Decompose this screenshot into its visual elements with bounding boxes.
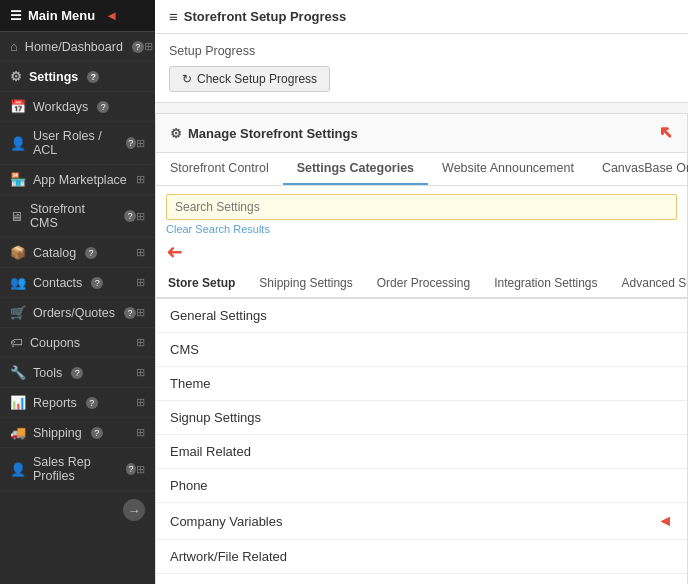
settings-item-label-phone: Phone	[170, 478, 208, 493]
sidebar-item-contacts[interactable]: 👥Contacts?⊞	[0, 268, 155, 298]
info-icon-sales-rep: ?	[126, 463, 136, 475]
info-icon-settings: ?	[87, 71, 99, 83]
sidebar-item-home[interactable]: ⌂Home/Dashboard?⊞	[0, 32, 155, 62]
menu-icon: ☰	[10, 8, 22, 23]
settings-item-general-settings[interactable]: General Settings	[156, 299, 687, 333]
expand-icon-contacts: ⊞	[136, 276, 145, 289]
sidebar-item-settings[interactable]: ⚙Settings?	[0, 62, 155, 92]
setup-section-title: Setup Progress	[169, 44, 674, 58]
sales-rep-icon: 👤	[10, 462, 26, 477]
settings-item-label-company-variables: Company Variables	[170, 514, 282, 529]
shipping-icon: 🚚	[10, 425, 26, 440]
settings-item-signup-settings[interactable]: Signup Settings	[156, 401, 687, 435]
sidebar-title: Main Menu	[28, 8, 95, 23]
info-icon-shipping: ?	[91, 427, 103, 439]
red-arrow-down-1: ➜	[652, 120, 678, 146]
sidebar-item-workdays[interactable]: 📅Workdays?	[0, 92, 155, 122]
settings-item-theme[interactable]: Theme	[156, 367, 687, 401]
expand-icon-app-marketplace: ⊞	[136, 173, 145, 186]
setup-progress-bar-title: Storefront Setup Progress	[184, 9, 347, 24]
expand-icon-shipping: ⊞	[136, 426, 145, 439]
manage-section: ⚙ Manage Storefront Settings ➜ Storefron…	[155, 113, 688, 584]
sub-tab-store-setup[interactable]: Store Setup	[156, 269, 247, 299]
settings-item-label-email-related: Email Related	[170, 444, 251, 459]
app-marketplace-icon: 🏪	[10, 172, 26, 187]
sub-tab-integration-settings[interactable]: Integration Settings	[482, 269, 609, 299]
refresh-icon: ↻	[182, 72, 192, 86]
settings-item-phone[interactable]: Phone	[156, 469, 687, 503]
settings-item-artwork-file-related[interactable]: Artwork/File Related	[156, 540, 687, 574]
info-icon-user-roles: ?	[126, 137, 136, 149]
reports-icon: 📊	[10, 395, 26, 410]
manage-header: ⚙ Manage Storefront Settings ➜	[156, 114, 687, 153]
sidebar-bottom: →	[0, 491, 155, 529]
sidebar-label-settings: Settings	[29, 70, 78, 84]
settings-item-label-theme: Theme	[170, 376, 210, 391]
settings-list: General SettingsCMSThemeSignup SettingsE…	[156, 299, 687, 584]
settings-item-company-variables[interactable]: Company Variables◄	[156, 503, 687, 540]
settings-item-label-general-settings: General Settings	[170, 308, 267, 323]
sidebar-label-workdays: Workdays	[33, 100, 88, 114]
contacts-icon: 👥	[10, 275, 26, 290]
sidebar-item-tools[interactable]: 🔧Tools?⊞	[0, 358, 155, 388]
sidebar-label-shipping: Shipping	[33, 426, 82, 440]
sidebar-item-shipping[interactable]: 🚚Shipping?⊞	[0, 418, 155, 448]
info-icon-contacts: ?	[91, 277, 103, 289]
sidebar-items-container: ⌂Home/Dashboard?⊞⚙Settings?📅Workdays?👤Us…	[0, 32, 155, 491]
sidebar-item-user-roles[interactable]: 👤User Roles / ACL?⊞	[0, 122, 155, 165]
tab-settings-categories[interactable]: Settings Categories	[283, 153, 428, 185]
sub-tab-advanced-settings[interactable]: Advanced Settings	[610, 269, 687, 299]
user-roles-icon: 👤	[10, 136, 26, 151]
sidebar-item-coupons[interactable]: 🏷Coupons⊞	[0, 328, 155, 358]
clear-search-link[interactable]: Clear Search Results	[156, 220, 687, 241]
sidebar-label-sales-rep: Sales Rep Profiles	[33, 455, 117, 483]
tab-canvasbase-online-designer[interactable]: CanvasBase Online Designer	[588, 153, 688, 185]
sub-tab-shipping-settings[interactable]: Shipping Settings	[247, 269, 364, 299]
orders-quotes-icon: 🛒	[10, 305, 26, 320]
setup-progress-bar: ≡ Storefront Setup Progress	[155, 0, 688, 34]
expand-icon-storefront-cms: ⊞	[136, 210, 145, 223]
workdays-icon: 📅	[10, 99, 26, 114]
sidebar-label-reports: Reports	[33, 396, 77, 410]
expand-icon-user-roles: ⊞	[136, 137, 145, 150]
expand-icon-tools: ⊞	[136, 366, 145, 379]
settings-item-label-signup-settings: Signup Settings	[170, 410, 261, 425]
settings-item-label-cms: CMS	[170, 342, 199, 357]
red-arrow-company-variables: ◄	[657, 512, 673, 530]
check-setup-button[interactable]: ↻ Check Setup Progress	[169, 66, 330, 92]
sidebar: ☰ Main Menu ◄ ⌂Home/Dashboard?⊞⚙Settings…	[0, 0, 155, 584]
sidebar-label-tools: Tools	[33, 366, 62, 380]
settings-item-customer-dashboard-settings[interactable]: Customer Dashboard Settings	[156, 574, 687, 584]
sidebar-item-app-marketplace[interactable]: 🏪App Marketplace⊞	[0, 165, 155, 195]
sidebar-label-user-roles: User Roles / ACL	[33, 129, 117, 157]
setup-section: Setup Progress ↻ Check Setup Progress	[155, 34, 688, 103]
tab-website-announcement[interactable]: Website Announcement	[428, 153, 588, 185]
red-arrow-area-2: ➜	[156, 241, 687, 269]
sidebar-item-catalog[interactable]: 📦Catalog?⊞	[0, 238, 155, 268]
check-btn-label: Check Setup Progress	[197, 72, 317, 86]
sidebar-collapse-button[interactable]: →	[123, 499, 145, 521]
info-icon-home: ?	[132, 41, 144, 53]
manage-settings-icon: ⚙	[170, 126, 182, 141]
sub-tab-order-processing[interactable]: Order Processing	[365, 269, 482, 299]
settings-item-email-related[interactable]: Email Related	[156, 435, 687, 469]
sidebar-item-orders-quotes[interactable]: 🛒Orders/Quotes?⊞	[0, 298, 155, 328]
bar-icon: ≡	[169, 8, 178, 25]
sidebar-item-reports[interactable]: 📊Reports?⊞	[0, 388, 155, 418]
search-wrapper	[156, 186, 687, 220]
info-icon-reports: ?	[86, 397, 98, 409]
sidebar-item-sales-rep[interactable]: 👤Sales Rep Profiles?⊞	[0, 448, 155, 491]
storefront-cms-icon: 🖥	[10, 209, 23, 224]
sidebar-label-coupons: Coupons	[30, 336, 80, 350]
sidebar-label-orders-quotes: Orders/Quotes	[33, 306, 115, 320]
settings-item-cms[interactable]: CMS	[156, 333, 687, 367]
sidebar-item-storefront-cms[interactable]: 🖥Storefront CMS?⊞	[0, 195, 155, 238]
expand-icon-reports: ⊞	[136, 396, 145, 409]
sidebar-header[interactable]: ☰ Main Menu ◄	[0, 0, 155, 32]
sub-tabs-row: Store SetupShipping SettingsOrder Proces…	[156, 269, 687, 299]
tab-storefront-control[interactable]: Storefront Control	[156, 153, 283, 185]
settings-icon: ⚙	[10, 69, 22, 84]
search-settings-input[interactable]	[166, 194, 677, 220]
info-icon-catalog: ?	[85, 247, 97, 259]
home-icon: ⌂	[10, 39, 18, 54]
